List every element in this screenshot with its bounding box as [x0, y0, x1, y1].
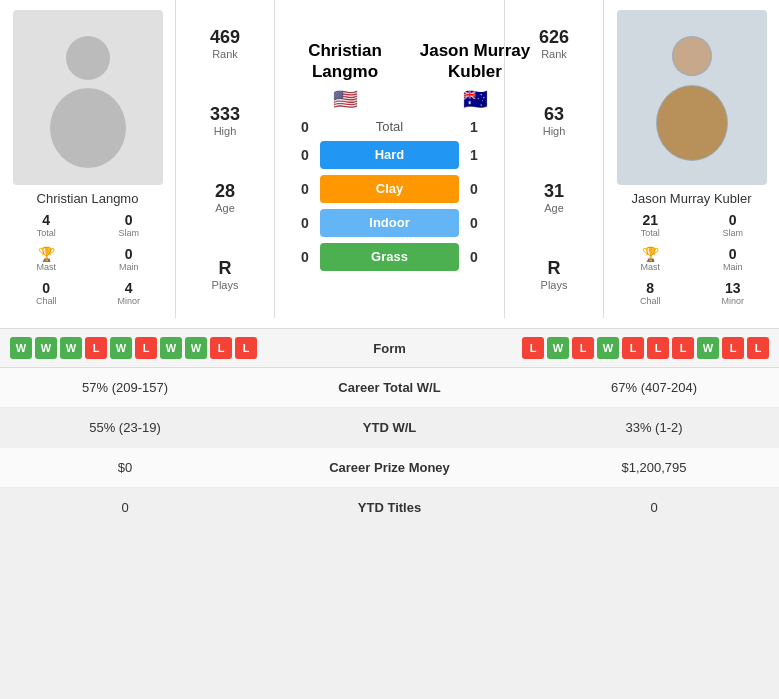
right-badge-3: L: [572, 337, 594, 359]
left-mast-stat: 🏆 Mast: [5, 244, 88, 274]
ytd-wl-right: 33% (1-2): [529, 420, 779, 435]
prize-right: $1,200,795: [529, 460, 779, 475]
left-minor-stat: 4 Minor: [88, 278, 171, 308]
right-chall-stat: 8 Chall: [609, 278, 692, 308]
left-badge-7: W: [160, 337, 182, 359]
hard-right-score: 1: [459, 147, 489, 163]
ytd-wl-row: 55% (23-19) YTD W/L 33% (1-2): [0, 408, 779, 448]
left-total-stat: 4 Total: [5, 210, 88, 240]
hard-button: Hard: [320, 141, 459, 169]
left-badge-2: W: [35, 337, 57, 359]
prize-money-row: $0 Career Prize Money $1,200,795: [0, 448, 779, 488]
right-player-name: Jason Murray Kubler: [632, 191, 752, 206]
career-wl-left: 57% (209-157): [0, 380, 250, 395]
hard-court-row: 0 Hard 1: [280, 141, 499, 169]
prize-label: Career Prize Money: [250, 460, 529, 475]
career-wl-right: 67% (407-204): [529, 380, 779, 395]
clay-right-score: 0: [459, 181, 489, 197]
left-stats-panel: 469 Rank 333 High 28 Age R Plays: [175, 0, 275, 318]
career-wl-label: Career Total W/L: [250, 380, 529, 395]
right-badge-6: L: [647, 337, 669, 359]
svg-point-4: [673, 37, 711, 75]
right-mast-stat: 🏆 Mast: [609, 244, 692, 274]
svg-point-1: [50, 88, 126, 168]
stats-table: 57% (209-157) Career Total W/L 67% (407-…: [0, 367, 779, 528]
right-badge-5: L: [622, 337, 644, 359]
indoor-right-score: 0: [459, 215, 489, 231]
grass-court-row: 0 Grass 0: [280, 243, 499, 271]
right-plays: R Plays: [541, 258, 568, 291]
left-badge-5: W: [110, 337, 132, 359]
right-badge-9: L: [722, 337, 744, 359]
clay-court-row: 0 Clay 0: [280, 175, 499, 203]
indoor-left-score: 0: [290, 215, 320, 231]
grass-button: Grass: [320, 243, 459, 271]
ytd-titles-left: 0: [0, 500, 250, 515]
left-slam-stat: 0 Slam: [88, 210, 171, 240]
courts-center: Christian Langmo 🇺🇸 Jason Murray Kubler …: [275, 0, 504, 318]
total-label: Total: [320, 119, 459, 134]
left-form-badges: W W W L W L W W L L: [0, 337, 267, 359]
left-badge-3: W: [60, 337, 82, 359]
form-label: Form: [267, 341, 512, 356]
right-badge-7: L: [672, 337, 694, 359]
indoor-button: Indoor: [320, 209, 459, 237]
right-player-stat-grid: 21 Total 0 Slam 🏆 Mast 0 Main 8 Chall: [609, 210, 774, 308]
right-stats-panel: 626 Rank 63 High 31 Age R Plays: [504, 0, 604, 318]
left-high: 333 High: [210, 104, 240, 137]
right-player-panel: Jason Murray Kubler 21 Total 0 Slam 🏆 Ma…: [604, 0, 779, 318]
ytd-titles-row: 0 YTD Titles 0: [0, 488, 779, 528]
grass-right-score: 0: [459, 249, 489, 265]
right-age: 31 Age: [544, 181, 564, 214]
right-badge-1: L: [522, 337, 544, 359]
left-player-header: Christian Langmo 🇺🇸: [280, 41, 410, 111]
left-badge-4: L: [85, 337, 107, 359]
left-player-panel: Christian Langmo 4 Total 0 Slam 🏆 Mast 0…: [0, 0, 175, 318]
right-form-badges: L W L W L L L W L L: [512, 337, 779, 359]
left-flag: 🇺🇸: [280, 87, 410, 111]
left-player-stat-grid: 4 Total 0 Slam 🏆 Mast 0 Main 0 Chall: [5, 210, 170, 308]
right-main-stat: 0 Main: [692, 244, 775, 274]
right-slam-stat: 0 Slam: [692, 210, 775, 240]
right-badge-2: W: [547, 337, 569, 359]
clay-button: Clay: [320, 175, 459, 203]
prize-left: $0: [0, 460, 250, 475]
clay-left-score: 0: [290, 181, 320, 197]
left-player-photo: [13, 10, 163, 185]
grass-left-score: 0: [290, 249, 320, 265]
right-minor-stat: 13 Minor: [692, 278, 775, 308]
left-badge-1: W: [10, 337, 32, 359]
right-total-score: 1: [459, 119, 489, 135]
total-row: 0 Total 1: [280, 119, 499, 135]
left-plays: R Plays: [212, 258, 239, 291]
left-total-score: 0: [290, 119, 320, 135]
ytd-titles-right: 0: [529, 500, 779, 515]
left-player-name: Christian Langmo: [37, 191, 139, 206]
left-badge-8: W: [185, 337, 207, 359]
left-age: 28 Age: [215, 181, 235, 214]
right-player-photo: [617, 10, 767, 185]
hard-left-score: 0: [290, 147, 320, 163]
right-badge-8: W: [697, 337, 719, 359]
right-total-stat: 21 Total: [609, 210, 692, 240]
left-badge-6: L: [135, 337, 157, 359]
left-badge-10: L: [235, 337, 257, 359]
ytd-wl-label: YTD W/L: [250, 420, 529, 435]
ytd-titles-label: YTD Titles: [250, 500, 529, 515]
left-main-stat: 0 Main: [88, 244, 171, 274]
career-wl-row: 57% (209-157) Career Total W/L 67% (407-…: [0, 368, 779, 408]
indoor-court-row: 0 Indoor 0: [280, 209, 499, 237]
ytd-wl-left: 55% (23-19): [0, 420, 250, 435]
svg-point-5: [657, 86, 727, 160]
left-badge-9: L: [210, 337, 232, 359]
player-comparison-section: Christian Langmo 4 Total 0 Slam 🏆 Mast 0…: [0, 0, 779, 318]
left-rank: 469 Rank: [210, 27, 240, 60]
left-chall-stat: 0 Chall: [5, 278, 88, 308]
right-badge-4: W: [597, 337, 619, 359]
svg-point-0: [66, 36, 110, 80]
right-rank: 626 Rank: [539, 27, 569, 60]
main-container: Christian Langmo 4 Total 0 Slam 🏆 Mast 0…: [0, 0, 779, 528]
right-badge-10: L: [747, 337, 769, 359]
right-high: 63 High: [543, 104, 566, 137]
form-section: W W W L W L W W L L Form L W L W L L L W…: [0, 328, 779, 367]
